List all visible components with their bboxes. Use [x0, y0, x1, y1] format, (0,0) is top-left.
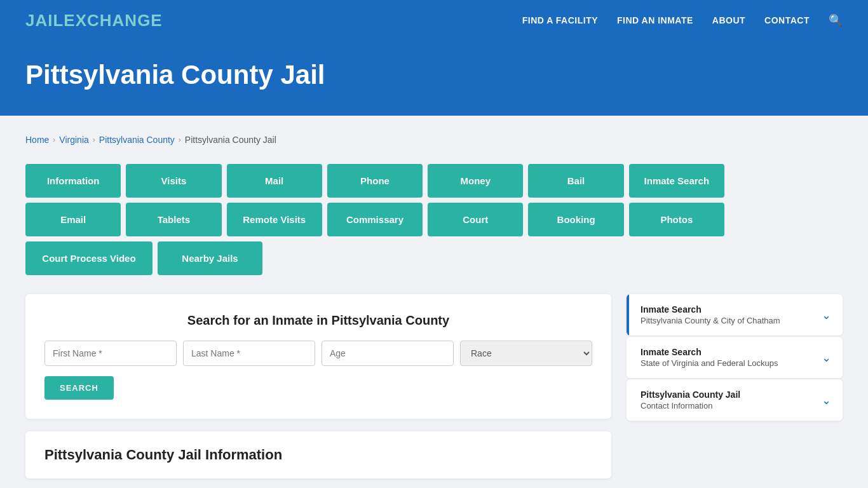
breadcrumb-virginia[interactable]: Virginia [59, 135, 88, 145]
sidebar-card-virginia-subtitle: State of Virginia and Federal Lockups [641, 358, 778, 368]
logo-jail: JAIL [25, 11, 64, 30]
left-column: Search for an Inmate in Pittsylvania Cou… [25, 294, 611, 478]
search-panel: Search for an Inmate in Pittsylvania Cou… [25, 294, 611, 419]
sidebar-panel: Inmate Search Pittsylvania County & City… [627, 294, 843, 422]
sidebar-card-virginia-text: Inmate Search State of Virginia and Fede… [641, 347, 778, 368]
sidebar-card-contact-title: Pittsylvania County Jail [641, 390, 740, 400]
sidebar-card-virginia: Inmate Search State of Virginia and Fede… [627, 337, 843, 378]
nav-find-inmate[interactable]: FIND AN INMATE [617, 15, 693, 25]
nav-links: FIND A FACILITY FIND AN INMATE ABOUT CON… [522, 13, 843, 27]
sidebar-card-pittsylvania-title: Inmate Search [641, 304, 780, 315]
btn-commissary[interactable]: Commissary [327, 203, 423, 236]
two-column-layout: Search for an Inmate in Pittsylvania Cou… [25, 294, 843, 478]
btn-phone[interactable]: Phone [327, 164, 423, 198]
page-title: Pittsylvania County Jail [25, 60, 843, 90]
navbar: JAILEXCHANGE FIND A FACILITY FIND AN INM… [0, 0, 868, 41]
search-icon[interactable]: 🔍 [829, 13, 843, 27]
nav-about[interactable]: ABOUT [712, 15, 745, 25]
sidebar-card-contact: Pittsylvania County Jail Contact Informa… [627, 379, 843, 421]
breadcrumb-sep-3: › [179, 135, 181, 144]
breadcrumb-sep-2: › [93, 135, 95, 144]
page-info-section: Pittsylvania County Jail Information [25, 431, 611, 478]
nav-find-facility[interactable]: FIND A FACILITY [522, 15, 598, 25]
age-input[interactable] [322, 341, 454, 366]
chevron-down-icon-2: ⌄ [822, 351, 831, 365]
chevron-down-icon: ⌄ [822, 308, 831, 322]
first-name-input[interactable] [44, 341, 177, 366]
race-select[interactable]: Race White Black Hispanic Asian Other [460, 341, 592, 366]
btn-inmate-search[interactable]: Inmate Search [629, 164, 724, 198]
btn-mail[interactable]: Mail [227, 164, 322, 198]
logo[interactable]: JAILEXCHANGE [25, 11, 163, 30]
breadcrumb-sep-1: › [53, 135, 55, 144]
sidebar-card-pittsylvania-text: Inmate Search Pittsylvania County & City… [641, 304, 780, 325]
chevron-down-icon-3: ⌄ [822, 393, 831, 407]
breadcrumb-pittsylvania-county[interactable]: Pittsylvania County [99, 135, 175, 145]
search-button[interactable]: SEARCH [44, 376, 114, 400]
main-content: Home › Virginia › Pittsylvania County › … [0, 116, 868, 488]
sidebar-card-contact-header[interactable]: Pittsylvania County Jail Contact Informa… [627, 379, 843, 421]
page-info-title: Pittsylvania County Jail Information [44, 447, 592, 463]
btn-court-process-video[interactable]: Court Process Video [25, 241, 153, 275]
sidebar-card-pittsylvania: Inmate Search Pittsylvania County & City… [627, 294, 843, 336]
sidebar-card-contact-text: Pittsylvania County Jail Contact Informa… [641, 390, 740, 410]
btn-court[interactable]: Court [428, 203, 523, 236]
btn-tablets[interactable]: Tablets [126, 203, 221, 236]
btn-photos[interactable]: Photos [629, 203, 724, 236]
btn-nearby-jails[interactable]: Nearby Jails [158, 241, 262, 275]
category-button-grid: Information Visits Mail Phone Money Bail… [25, 164, 724, 275]
hero-section: Pittsylvania County Jail [0, 41, 868, 116]
btn-email[interactable]: Email [25, 203, 121, 236]
logo-exchange: EXCHANGE [64, 11, 162, 30]
last-name-input[interactable] [183, 341, 315, 366]
breadcrumb-home[interactable]: Home [25, 135, 49, 145]
btn-booking[interactable]: Booking [528, 203, 623, 236]
search-panel-title: Search for an Inmate in Pittsylvania Cou… [44, 313, 592, 328]
sidebar-card-contact-subtitle: Contact Information [641, 401, 740, 410]
sidebar-card-virginia-header[interactable]: Inmate Search State of Virginia and Fede… [627, 337, 843, 378]
breadcrumb: Home › Virginia › Pittsylvania County › … [25, 135, 843, 145]
btn-information[interactable]: Information [25, 164, 121, 198]
nav-contact[interactable]: CONTACT [764, 15, 810, 25]
sidebar-card-virginia-title: Inmate Search [641, 347, 778, 357]
btn-visits[interactable]: Visits [126, 164, 221, 198]
search-fields: Race White Black Hispanic Asian Other [44, 341, 592, 366]
sidebar-card-pittsylvania-subtitle: Pittsylvania County & City of Chatham [641, 316, 780, 325]
btn-money[interactable]: Money [428, 164, 523, 198]
btn-bail[interactable]: Bail [528, 164, 623, 198]
breadcrumb-current: Pittsylvania County Jail [185, 135, 276, 145]
btn-remote-visits[interactable]: Remote Visits [227, 203, 322, 236]
sidebar-card-pittsylvania-header[interactable]: Inmate Search Pittsylvania County & City… [627, 294, 843, 336]
